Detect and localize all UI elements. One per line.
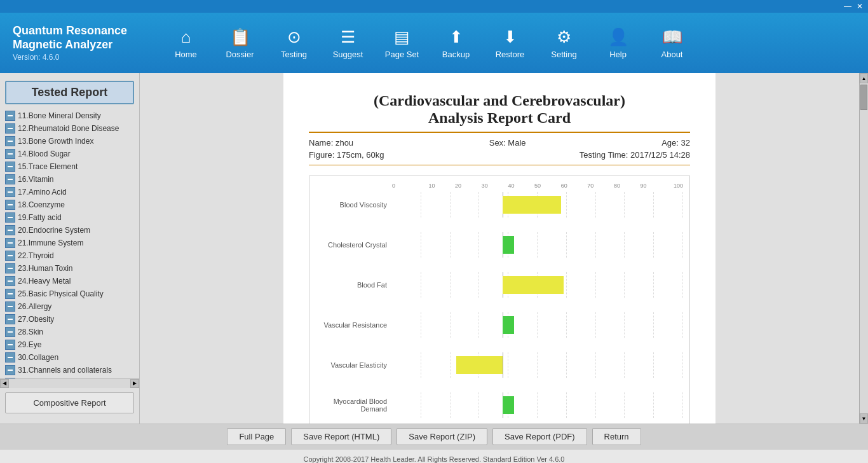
- nav-item-suggest[interactable]: ☰Suggest: [321, 19, 375, 67]
- chart-label: Blood Viscosity: [309, 201, 392, 209]
- sidebar-list-item[interactable]: 17.Amino Acid: [3, 186, 137, 198]
- item-icon: [5, 238, 15, 248]
- sidebar-list-item[interactable]: 16.Vitamin: [3, 173, 137, 186]
- item-icon: [5, 251, 15, 261]
- nav-item-pageset[interactable]: ▤Page Set: [375, 19, 429, 67]
- item-label: 25.Basic Physical Quality: [18, 289, 104, 298]
- sidebar-list-item[interactable]: 31.Channels and collaterals: [3, 364, 137, 377]
- sidebar-list-item[interactable]: 11.Bone Mineral Density: [3, 109, 137, 122]
- report-divider-bottom: [309, 165, 690, 165]
- restore-label: Restore: [496, 50, 525, 59]
- minimize-button[interactable]: —: [841, 2, 854, 11]
- item-label: 29.Eye: [18, 340, 41, 349]
- item-label: 11.Bone Mineral Density: [18, 111, 101, 120]
- sidebar-list-item[interactable]: 29.Eye: [3, 338, 137, 351]
- chart-row: Blood Viscosity: [309, 190, 683, 219]
- restore-icon: ⬇: [503, 27, 517, 47]
- sidebar-list[interactable]: 11.Bone Mineral Density12.Rheumatoid Bon…: [0, 109, 139, 378]
- nav-item-testing[interactable]: ⊙Testing: [267, 19, 321, 67]
- sidebar-list-item[interactable]: 12.Rheumatoid Bone Disease: [3, 122, 137, 135]
- chart-label: Cholesterol Crystal: [309, 241, 392, 249]
- item-icon: [5, 289, 15, 299]
- app-logo: Quantum Resonance Magnetic Analyzer Vers…: [6, 24, 146, 62]
- hscroll-left-btn[interactable]: ◀: [0, 379, 9, 388]
- chart-bar-area: [392, 232, 683, 258]
- item-icon: [5, 200, 15, 210]
- nav-item-backup[interactable]: ⬆Backup: [429, 19, 483, 67]
- nav-item-home[interactable]: ⌂Home: [159, 19, 213, 67]
- report-info-row1: Name: zhou Sex: Male Age: 32: [309, 138, 690, 148]
- sidebar-list-item[interactable]: 30.Collagen: [3, 351, 137, 364]
- scrollbar-down-btn[interactable]: ▼: [860, 413, 868, 424]
- sidebar-list-item[interactable]: 22.Thyroid: [3, 249, 137, 262]
- sidebar-list-item[interactable]: 14.Blood Sugar: [3, 148, 137, 160]
- dossier-icon: 📋: [230, 27, 250, 47]
- testing-icon: ⊙: [287, 27, 301, 47]
- nav-item-setting[interactable]: ⚙Setting: [537, 19, 591, 67]
- sidebar-list-item[interactable]: 19.Fatty acid: [3, 211, 137, 224]
- pageset-icon: ▤: [394, 27, 410, 47]
- sidebar-list-item[interactable]: 28.Skin: [3, 326, 137, 338]
- sidebar-list-item[interactable]: 25.Basic Physical Quality: [3, 287, 137, 300]
- nav-item-about[interactable]: 📖About: [645, 19, 699, 67]
- report-divider-top: [309, 132, 690, 133]
- scrollbar-up-btn[interactable]: ▲: [860, 73, 868, 83]
- dossier-label: Dossier: [226, 50, 254, 59]
- item-icon: [5, 276, 15, 286]
- scrollbar-thumb[interactable]: [860, 85, 867, 110]
- item-label: 22.Thyroid: [18, 251, 54, 260]
- report-container[interactable]: (Cardiovascular and Cerebrovascular) Ana…: [140, 73, 859, 424]
- return-button[interactable]: Return: [592, 428, 641, 445]
- chart-row: Vascular Resistance: [309, 310, 683, 339]
- right-scrollbar[interactable]: ▲ ▼: [859, 73, 868, 424]
- chart-label: Blood Fat: [309, 281, 392, 289]
- sidebar-list-item[interactable]: 20.Endocrine System: [3, 224, 137, 237]
- item-label: 20.Endocrine System: [18, 226, 90, 235]
- backup-icon: ⬆: [449, 27, 463, 47]
- chart-row: Vascular Elasticity: [309, 350, 683, 379]
- chart-bar: [503, 196, 561, 214]
- report-title: (Cardiovascular and Cerebrovascular) Ana…: [309, 92, 690, 127]
- full-page-button[interactable]: Full Page: [227, 428, 286, 445]
- chart-row: Cholesterol Crystal: [309, 230, 683, 259]
- item-label: 24.Heavy Metal: [18, 277, 71, 286]
- chart-bar-area: [392, 272, 683, 298]
- content-area: (Cardiovascular and Cerebrovascular) Ana…: [140, 73, 868, 424]
- item-icon: [5, 327, 15, 337]
- item-label: 31.Channels and collaterals: [18, 366, 112, 375]
- save-zip-button[interactable]: Save Report (ZIP): [397, 428, 487, 445]
- help-icon: 👤: [608, 27, 628, 47]
- pageset-label: Page Set: [385, 50, 419, 59]
- suggest-label: Suggest: [333, 50, 363, 59]
- sidebar-list-item[interactable]: 23.Human Toxin: [3, 262, 137, 275]
- item-icon: [5, 123, 15, 134]
- save-html-button[interactable]: Save Report (HTML): [291, 428, 391, 445]
- item-label: 13.Bone Growth Index: [18, 137, 93, 146]
- item-icon: [5, 263, 15, 273]
- hscroll-right-btn[interactable]: ▶: [130, 379, 139, 388]
- sidebar-list-item[interactable]: 24.Heavy Metal: [3, 275, 137, 287]
- sidebar-list-item[interactable]: 26.Allergy: [3, 300, 137, 313]
- nav-item-restore[interactable]: ⬇Restore: [483, 19, 537, 67]
- item-label: 26.Allergy: [18, 302, 51, 311]
- sidebar-list-item[interactable]: 15.Trace Element: [3, 160, 137, 173]
- sidebar-list-item[interactable]: 18.Coenzyme: [3, 198, 137, 211]
- save-pdf-button[interactable]: Save Report (PDF): [492, 428, 587, 445]
- item-icon: [5, 340, 15, 350]
- nav-item-help[interactable]: 👤Help: [591, 19, 645, 67]
- sidebar-list-item[interactable]: 13.Bone Growth Index: [3, 135, 137, 148]
- item-icon: [5, 301, 15, 312]
- close-button[interactable]: ✕: [854, 2, 865, 11]
- composite-report-button[interactable]: Compositive Report: [5, 392, 134, 413]
- item-label: 28.Skin: [18, 328, 43, 336]
- nav-item-dossier[interactable]: 📋Dossier: [213, 19, 267, 67]
- sidebar-list-item[interactable]: 27.Obesity: [3, 313, 137, 326]
- testing-time: Testing Time: 2017/12/5 14:28: [580, 150, 690, 160]
- footer-text: Copyright 2008-2017 Health Leader. All R…: [304, 455, 565, 463]
- title-bar: — ✕: [0, 0, 868, 13]
- item-label: 21.Immune System: [18, 238, 83, 247]
- sidebar-list-item[interactable]: 21.Immune System: [3, 237, 137, 249]
- scrollbar-track[interactable]: [860, 83, 868, 413]
- item-icon: [5, 314, 15, 324]
- item-label: 27.Obesity: [18, 315, 54, 324]
